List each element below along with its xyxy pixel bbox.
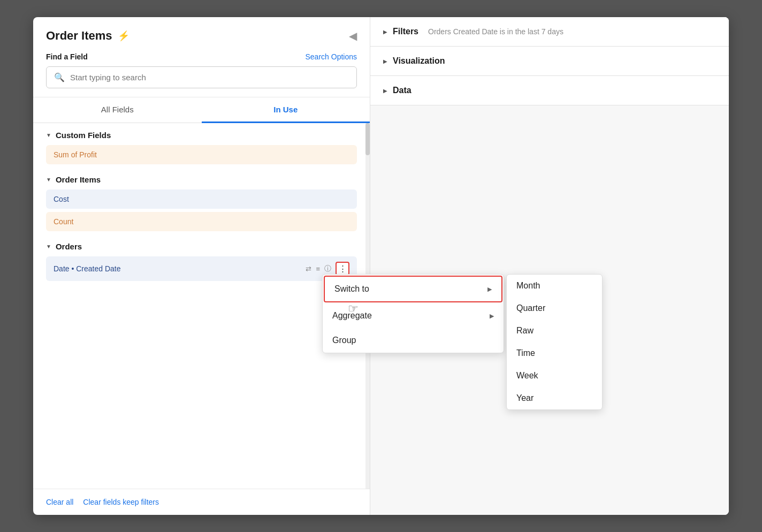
switch-raw-item[interactable]: Raw xyxy=(507,320,602,342)
section-header-orders[interactable]: ▼ Orders xyxy=(46,234,357,256)
left-footer: Clear all Clear fields keep filters xyxy=(33,489,370,515)
switch-year-item[interactable]: Year xyxy=(507,387,602,409)
filters-section-header[interactable]: ▶ Filters Orders Created Date is in the … xyxy=(370,17,729,46)
chevron-down-icon: ▼ xyxy=(46,177,51,183)
bolt-icon[interactable]: ⚡ xyxy=(118,30,129,42)
search-icon: 🔍 xyxy=(54,72,65,82)
chevron-down-icon: ▼ xyxy=(46,244,51,249)
submenu-arrow-icon: ▶ xyxy=(487,286,492,293)
switch-time-item[interactable]: Time xyxy=(507,342,602,364)
switch-month-item[interactable]: Month xyxy=(507,275,602,297)
filters-section: ▶ Filters Orders Created Date is in the … xyxy=(370,17,729,47)
list-item[interactable]: Cost xyxy=(46,189,357,209)
list-item[interactable]: Count xyxy=(46,212,357,231)
switch-week-item[interactable]: Week xyxy=(507,364,602,387)
right-panel: ▶ Filters Orders Created Date is in the … xyxy=(370,17,729,515)
data-section: ▶ Data xyxy=(370,76,729,105)
switch-quarter-item[interactable]: Quarter xyxy=(507,297,602,320)
left-header-top: Order Items ⚡ ◀ xyxy=(46,29,357,43)
find-field-row: Find a Field Search Options xyxy=(46,52,357,61)
tab-in-use[interactable]: In Use xyxy=(202,97,370,123)
switch-to-menu-item[interactable]: Switch to ▶ ☞ xyxy=(324,276,502,302)
chevron-right-icon: ▶ xyxy=(383,29,387,35)
section-orders: ▼ Orders Date • Created Date ⇄ ≡ ⓘ ⋮ xyxy=(33,234,370,281)
list-item[interactable]: Date • Created Date ⇄ ≡ ⓘ ⋮ xyxy=(46,256,357,281)
section-custom-fields: ▼ Custom Fields Sum of Profit xyxy=(33,123,370,164)
section-header-custom-fields[interactable]: ▼ Custom Fields xyxy=(46,123,357,145)
find-field-label: Find a Field xyxy=(46,52,88,61)
chevron-down-icon: ▼ xyxy=(46,132,51,138)
clear-all-link[interactable]: Clear all xyxy=(46,498,73,506)
search-options-link[interactable]: Search Options xyxy=(306,52,357,61)
clear-fields-keep-filters-link[interactable]: Clear fields keep filters xyxy=(83,498,159,506)
scrollbar-thumb[interactable] xyxy=(365,123,370,155)
context-menu-main: Switch to ▶ ☞ Aggregate ▶ Group xyxy=(322,274,504,353)
panel-title: Order Items xyxy=(46,29,112,43)
tab-all-fields[interactable]: All Fields xyxy=(33,97,202,123)
left-panel: Order Items ⚡ ◀ Find a Field Search Opti… xyxy=(33,17,370,515)
info-icon[interactable]: ⓘ xyxy=(324,264,331,273)
section-order-items: ▼ Order Items Cost Count xyxy=(33,168,370,231)
group-menu-item[interactable]: Group xyxy=(323,328,504,353)
search-input[interactable] xyxy=(70,73,349,82)
aggregate-menu-item[interactable]: Aggregate ▶ xyxy=(323,303,504,328)
filter-icon[interactable]: ≡ xyxy=(316,265,320,273)
visualization-section-header[interactable]: ▶ Visualization xyxy=(370,47,729,75)
main-window: Order Items ⚡ ◀ Find a Field Search Opti… xyxy=(33,17,729,515)
visualization-section: ▶ Visualization xyxy=(370,47,729,76)
chevron-right-icon: ▶ xyxy=(383,88,387,94)
left-title-row: Order Items ⚡ xyxy=(46,29,129,43)
context-menu-overlay: Switch to ▶ ☞ Aggregate ▶ Group Month Qu… xyxy=(322,274,603,410)
swap-icon[interactable]: ⇄ xyxy=(306,265,311,273)
back-icon[interactable]: ◀ xyxy=(349,29,357,42)
submenu-arrow-icon: ▶ xyxy=(490,313,494,320)
left-header: Order Items ⚡ ◀ Find a Field Search Opti… xyxy=(33,17,370,97)
tabs-row: All Fields In Use xyxy=(33,97,370,123)
data-section-header[interactable]: ▶ Data xyxy=(370,76,729,105)
context-menu-secondary: Month Quarter Raw Time Week Year xyxy=(506,274,603,410)
field-list: ▼ Custom Fields Sum of Profit ▼ Order It… xyxy=(33,123,370,489)
search-box: 🔍 xyxy=(46,66,357,88)
section-header-order-items[interactable]: ▼ Order Items xyxy=(46,168,357,189)
list-item[interactable]: Sum of Profit xyxy=(46,145,357,164)
chevron-right-icon: ▶ xyxy=(383,58,387,64)
